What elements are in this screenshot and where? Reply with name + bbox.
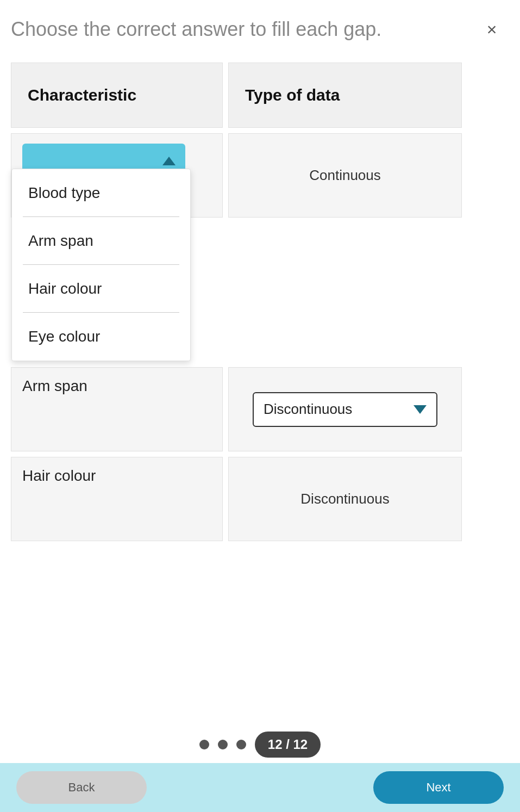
row1-typeofdata-cell: Continuous bbox=[228, 133, 462, 218]
dropdown-options-list: Blood type Arm span Hair colour Eye colo… bbox=[11, 169, 191, 361]
row3-characteristic-cell: Hair colour bbox=[11, 457, 223, 541]
next-button[interactable]: Next bbox=[373, 771, 504, 804]
table-row: Hair colour Discontinuous bbox=[11, 457, 509, 541]
chevron-down-icon bbox=[414, 405, 427, 414]
close-button[interactable]: × bbox=[480, 17, 504, 41]
col2-header-text: Type of data bbox=[245, 86, 340, 104]
col-typeofdata-header: Type of data bbox=[228, 63, 462, 128]
pagination-dot-1 bbox=[199, 740, 209, 749]
table-container: Characteristic Type of data Blood type A… bbox=[11, 63, 509, 541]
instruction-text: Choose the correct answer to fill each g… bbox=[11, 17, 424, 41]
bottom-bar: Back Next bbox=[0, 763, 520, 812]
chevron-up-icon bbox=[162, 157, 176, 165]
table-header: Characteristic Type of data bbox=[11, 63, 509, 128]
row2-characteristic-cell: Arm span bbox=[11, 367, 223, 451]
row3-typeofdata-value: Discontinuous bbox=[300, 491, 389, 507]
table-row: Blood type Arm span Hair colour Eye colo… bbox=[11, 133, 509, 362]
row2-typeofdata-cell: Discontinuous bbox=[228, 367, 462, 451]
pagination-dot-2 bbox=[218, 740, 228, 749]
row3-characteristic-label: Hair colour bbox=[22, 467, 96, 484]
dropdown-option-eye-colour[interactable]: Eye colour bbox=[12, 313, 190, 361]
pagination-dot-3 bbox=[236, 740, 246, 749]
row2-typeofdata-dropdown[interactable]: Discontinuous bbox=[253, 392, 437, 427]
header: Choose the correct answer to fill each g… bbox=[0, 0, 520, 52]
row3-typeofdata-cell: Discontinuous bbox=[228, 457, 462, 541]
table-body: Blood type Arm span Hair colour Eye colo… bbox=[11, 133, 509, 541]
dropdown-option-hair-colour[interactable]: Hair colour bbox=[12, 265, 190, 313]
row2-characteristic-label: Arm span bbox=[22, 377, 87, 394]
page-badge: 12 / 12 bbox=[255, 732, 321, 758]
row1-characteristic-cell: Blood type Arm span Hair colour Eye colo… bbox=[11, 133, 223, 218]
back-button[interactable]: Back bbox=[16, 771, 147, 804]
row1-typeofdata-value: Continuous bbox=[309, 167, 381, 184]
col-characteristic-header: Characteristic bbox=[11, 63, 223, 128]
col1-header-text: Characteristic bbox=[28, 86, 136, 104]
dropdown-option-blood-type[interactable]: Blood type bbox=[12, 169, 190, 217]
dropdown-option-arm-span[interactable]: Arm span bbox=[12, 217, 190, 265]
row2-typeofdata-value: Discontinuous bbox=[264, 401, 352, 418]
table-row: Arm span Discontinuous bbox=[11, 367, 509, 451]
pagination: 12 / 12 bbox=[0, 732, 520, 758]
